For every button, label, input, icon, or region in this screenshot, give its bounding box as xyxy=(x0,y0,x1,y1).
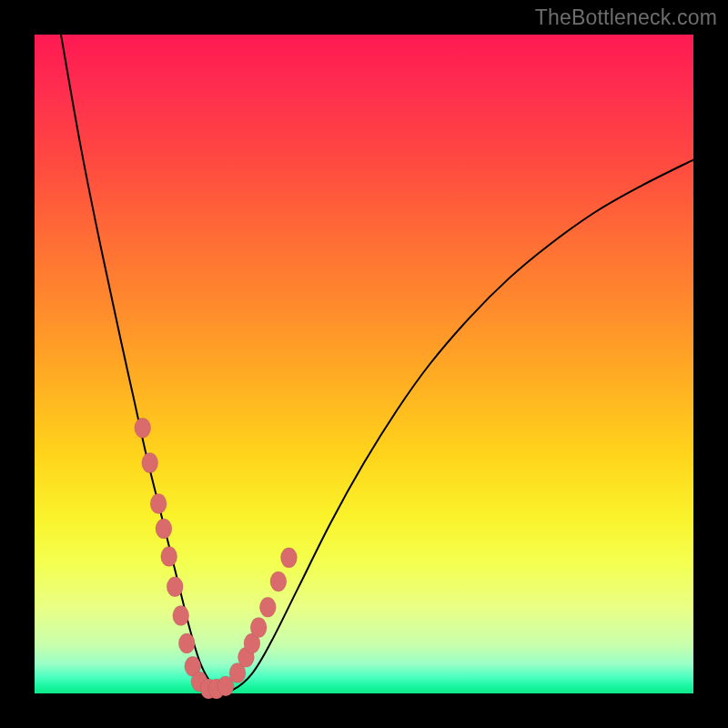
marker-dot xyxy=(142,453,158,473)
marker-dot xyxy=(173,606,189,626)
watermark-text: TheBottleneck.com xyxy=(535,5,717,30)
marker-dot xyxy=(156,519,172,539)
highlighted-points xyxy=(135,418,298,699)
chart-overlay xyxy=(35,35,693,693)
marker-dot xyxy=(135,418,151,438)
marker-dot xyxy=(259,597,276,617)
plot-area xyxy=(35,35,693,693)
marker-dot xyxy=(250,618,267,638)
marker-dot xyxy=(280,548,297,568)
marker-dot xyxy=(270,571,287,592)
marker-dot xyxy=(150,493,167,513)
marker-dot xyxy=(161,546,177,566)
marker-dot xyxy=(178,633,195,653)
bottleneck-curve xyxy=(61,35,693,692)
marker-dot xyxy=(167,577,183,597)
chart-frame: TheBottleneck.com xyxy=(0,0,728,728)
